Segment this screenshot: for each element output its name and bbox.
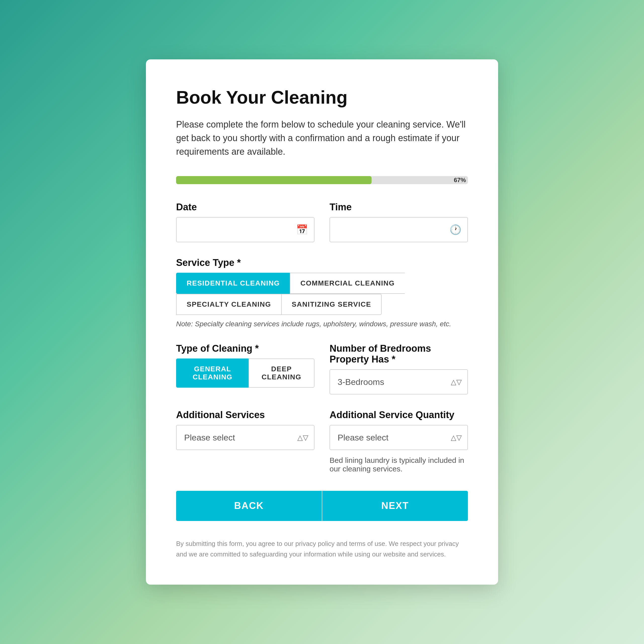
additional-services-group: Additional Services Please select Window…	[176, 410, 314, 473]
cleaning-type-label: Type of Cleaning *	[176, 343, 314, 354]
additional-quantity-select[interactable]: Please select 1 2 3 4 5	[330, 425, 468, 450]
cleaning-bedrooms-row: Type of Cleaning * GENERAL CLEANING DEEP…	[176, 343, 468, 394]
bedrooms-select-wrapper: 1-Bedroom 2-Bedrooms 3-Bedrooms 4-Bedroo…	[330, 369, 468, 394]
service-btn-sanitizing[interactable]: SANITIZING SERVICE	[281, 294, 382, 315]
additional-quantity-note: Bed lining laundry is typically included…	[330, 456, 468, 473]
service-type-label: Service Type *	[176, 257, 468, 268]
time-input-wrapper[interactable]: 🕐	[330, 217, 468, 242]
bedrooms-group: Number of Bredrooms Property Has * 1-Bed…	[330, 343, 468, 394]
cleaning-btn-general[interactable]: GENERAL CLEANING	[176, 358, 249, 388]
next-button[interactable]: NEXT	[322, 491, 468, 521]
service-type-buttons: RESIDENTIAL CLEANING COMMERCIAL CLEANING…	[176, 273, 468, 315]
booking-card: Book Your Cleaning Please complete the f…	[146, 59, 498, 585]
date-input-wrapper[interactable]: 📅	[176, 217, 314, 242]
service-type-note: Note: Specialty cleaning services includ…	[176, 320, 468, 328]
date-field-group: Date 📅	[176, 202, 314, 242]
service-type-section: Service Type * RESIDENTIAL CLEANING COMM…	[176, 257, 468, 328]
additional-services-select-wrapper: Please select Window Cleaning Carpet Cle…	[176, 425, 314, 450]
calendar-icon: 📅	[296, 224, 308, 235]
navigation-buttons: BACK NEXT	[176, 491, 468, 521]
cleaning-btn-deep[interactable]: DEEP CLEANING	[249, 358, 314, 388]
service-btn-specialty[interactable]: SPECIALTY CLEANING	[176, 294, 281, 315]
additional-quantity-select-wrapper: Please select 1 2 3 4 5 △▽	[330, 425, 468, 450]
date-input[interactable]	[183, 225, 296, 234]
cleaning-type-group: Type of Cleaning * GENERAL CLEANING DEEP…	[176, 343, 314, 394]
bedrooms-label: Number of Bredrooms Property Has *	[330, 343, 468, 365]
page-title: Book Your Cleaning	[176, 87, 468, 108]
date-time-row: Date 📅 Time 🕐	[176, 202, 468, 242]
bedrooms-select[interactable]: 1-Bedroom 2-Bedrooms 3-Bedrooms 4-Bedroo…	[330, 369, 468, 394]
cleaning-type-buttons: GENERAL CLEANING DEEP CLEANING	[176, 358, 314, 388]
progress-label: 67%	[454, 177, 466, 184]
additional-quantity-group: Additional Service Quantity Please selec…	[330, 410, 468, 473]
footer-text: By submitting this form, you agree to ou…	[176, 539, 468, 559]
service-btn-residential[interactable]: RESIDENTIAL CLEANING	[176, 273, 290, 294]
back-button[interactable]: BACK	[176, 491, 322, 521]
time-input[interactable]	[336, 225, 450, 234]
service-btn-commercial[interactable]: COMMERCIAL CLEANING	[290, 273, 405, 294]
time-label: Time	[330, 202, 468, 213]
additional-services-row: Additional Services Please select Window…	[176, 410, 468, 473]
additional-services-label: Additional Services	[176, 410, 314, 420]
date-label: Date	[176, 202, 314, 213]
additional-quantity-label: Additional Service Quantity	[330, 410, 468, 420]
time-field-group: Time 🕐	[330, 202, 468, 242]
page-subtitle: Please complete the form below to schedu…	[176, 118, 468, 158]
progress-bar-container: 67%	[176, 176, 468, 184]
progress-bar-fill	[176, 176, 372, 184]
additional-services-select[interactable]: Please select Window Cleaning Carpet Cle…	[176, 425, 314, 450]
clock-icon: 🕐	[450, 224, 461, 235]
